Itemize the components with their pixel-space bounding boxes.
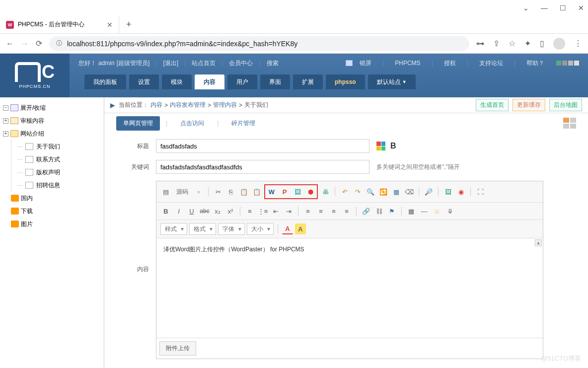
ppt-icon[interactable]: P: [279, 186, 290, 197]
refresh-cache-button[interactable]: 更新缓存: [513, 99, 545, 111]
plus-icon[interactable]: +: [3, 118, 8, 124]
source-icon[interactable]: ▤: [160, 186, 171, 197]
tab-content[interactable]: 内容: [195, 74, 224, 89]
subtab-page-manage[interactable]: 单网页管理: [116, 116, 160, 131]
minimize-icon[interactable]: —: [541, 4, 548, 12]
tree-audit[interactable]: + 审核内容: [3, 114, 101, 127]
bgcolor-icon[interactable]: A: [295, 223, 306, 234]
attach-button[interactable]: 附件上传: [159, 341, 196, 356]
table-icon[interactable]: ▦: [406, 206, 417, 217]
close-icon[interactable]: ✕: [578, 4, 584, 12]
help-link[interactable]: 帮助？: [526, 59, 544, 68]
tab-settings[interactable]: 设置: [129, 74, 159, 89]
fullscreen-icon[interactable]: ⛶: [475, 186, 486, 197]
plus-icon[interactable]: +: [3, 131, 8, 137]
bold-button[interactable]: B: [390, 142, 396, 150]
align-left-icon[interactable]: ≡: [302, 206, 313, 217]
paste-icon[interactable]: 📋: [238, 186, 249, 197]
tree-cat-domestic[interactable]: 国内: [11, 192, 101, 205]
undo-icon[interactable]: ↶: [339, 186, 350, 197]
reading-list-icon[interactable]: ▯: [540, 39, 544, 48]
format-select[interactable]: 格式: [189, 223, 216, 235]
tree-page-contact[interactable]: 联系方式: [17, 153, 101, 166]
search-link[interactable]: 搜索: [267, 59, 279, 68]
sitemap-button[interactable]: 后台地图: [549, 99, 582, 111]
phpcms-link[interactable]: PHPCMS: [395, 60, 420, 67]
cut-icon[interactable]: ✂: [213, 186, 223, 197]
grid-icon[interactable]: [563, 118, 576, 129]
forum-link[interactable]: 支持论坛: [479, 59, 503, 68]
chevron-down-icon[interactable]: ⌄: [523, 4, 529, 12]
flash-icon[interactable]: ◉: [455, 186, 466, 197]
textcolor-icon[interactable]: A: [282, 223, 293, 234]
title-input[interactable]: [156, 139, 369, 153]
tree-expand-collapse[interactable]: − 展开/收缩: [3, 101, 101, 114]
outdent-icon[interactable]: ⇤: [270, 206, 281, 217]
ul-icon[interactable]: ⋮≡: [257, 206, 268, 217]
bc-publish[interactable]: 内容发布管理: [170, 101, 206, 109]
tree-cat-download[interactable]: 下载: [11, 205, 101, 218]
new-tab-button[interactable]: +: [119, 19, 139, 30]
image-upload-icon[interactable]: 🖼: [292, 186, 303, 197]
key-icon[interactable]: ⊶: [476, 39, 484, 48]
user-link[interactable]: admin: [98, 60, 115, 67]
maximize-icon[interactable]: ☐: [560, 4, 566, 12]
unlink-icon[interactable]: ⛓: [373, 206, 384, 217]
tab-modules[interactable]: 模块: [162, 74, 192, 89]
print-icon[interactable]: 🖶: [320, 186, 331, 197]
share-icon[interactable]: ⇪: [493, 39, 500, 48]
member-link[interactable]: 会员中心: [229, 59, 253, 68]
license-link[interactable]: 授权: [444, 59, 456, 68]
bc-content[interactable]: 内容: [150, 101, 162, 109]
extensions-icon[interactable]: ✦: [524, 39, 531, 48]
tab-ui[interactable]: 界面: [260, 74, 290, 89]
forward-icon[interactable]: →: [21, 39, 29, 48]
scroll-up-icon[interactable]: ▲: [535, 239, 542, 246]
superscript-icon[interactable]: x²: [225, 206, 236, 217]
tab-dashboard[interactable]: 我的面板: [84, 74, 126, 89]
tree-page-about[interactable]: 关于我们: [17, 140, 101, 153]
find-icon[interactable]: 🔍: [365, 186, 376, 197]
strike-icon[interactable]: abc: [199, 206, 210, 217]
tab-users[interactable]: 用户: [227, 74, 257, 89]
logo[interactable]: C PHPCMS.CN: [0, 54, 70, 97]
lock-link[interactable]: 锁屏: [360, 59, 371, 68]
copy-icon[interactable]: ⎘: [225, 186, 236, 197]
profile-avatar[interactable]: [553, 38, 565, 50]
selectall-icon[interactable]: ▦: [391, 186, 402, 197]
back-icon[interactable]: ←: [6, 39, 14, 48]
anchor-icon[interactable]: ⚑: [386, 206, 397, 217]
source-button[interactable]: 源码: [173, 188, 191, 196]
bold-icon[interactable]: B: [160, 206, 171, 217]
reload-icon[interactable]: ⟳: [36, 39, 42, 48]
tree-page-jobs[interactable]: 招聘信息: [17, 179, 101, 192]
browser-tab[interactable]: W PHPCMS - 后台管理中心 ✕: [0, 16, 119, 33]
newpage-icon[interactable]: ▫: [193, 186, 204, 197]
tab-extend[interactable]: 扩展: [293, 74, 323, 89]
tab-phpsso[interactable]: phpsso: [326, 74, 365, 89]
gen-home-button[interactable]: 生成首页: [476, 99, 509, 111]
keyword-input[interactable]: [156, 160, 369, 174]
tab-defaultsite[interactable]: 默认站点▼: [368, 74, 416, 89]
pagebreak-icon[interactable]: ⤋: [444, 206, 455, 217]
editor-body[interactable]: 泽优Word图片上传控件（WordPaster） for PHPCMS ▲: [156, 238, 543, 338]
sitehome-link[interactable]: 站点首页: [192, 59, 216, 68]
hr-icon[interactable]: —: [419, 206, 430, 217]
logout-link[interactable]: [退出]: [163, 59, 178, 68]
replace-icon[interactable]: 🔁: [378, 186, 389, 197]
subtab-visit[interactable]: 点击访问: [173, 116, 211, 131]
redo-icon[interactable]: ↷: [352, 186, 363, 197]
removeformat-icon[interactable]: ⌫: [404, 186, 415, 197]
tree-siteintro[interactable]: + 网站介绍: [3, 127, 101, 140]
underline-icon[interactable]: U: [186, 206, 197, 217]
pdf-icon[interactable]: ⬢: [305, 186, 316, 197]
menu-icon[interactable]: ⋮: [574, 39, 582, 48]
align-center-icon[interactable]: ≡: [315, 206, 326, 217]
indent-icon[interactable]: ⇥: [283, 206, 294, 217]
style-select[interactable]: 样式: [160, 223, 187, 235]
theme-squares[interactable]: [556, 61, 579, 66]
preview-icon[interactable]: 🔎: [423, 186, 434, 197]
color-picker-icon[interactable]: [376, 142, 385, 150]
star-icon[interactable]: ☆: [509, 39, 515, 48]
smiley-icon[interactable]: ☺: [432, 206, 442, 217]
